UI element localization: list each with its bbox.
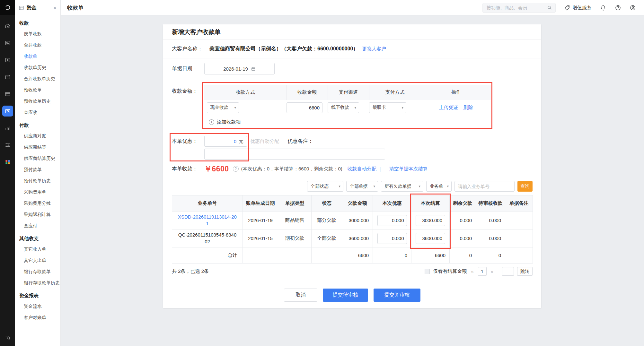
col-header: 单据类型	[278, 195, 312, 212]
sidebar-item[interactable]: 供应商对账	[15, 130, 60, 142]
funds-icon[interactable]	[2, 106, 13, 117]
receipt-label: 本单收款：	[172, 166, 204, 172]
auto-allocate-link[interactable]: 收款自动分配	[348, 166, 376, 172]
sidebar-item[interactable]: 合并收款	[15, 39, 60, 51]
page-jump-input[interactable]	[502, 267, 514, 276]
debt-orders-table: 业务单号 账单生成日期 单据类型 状态 欠款金额 本次优惠 本次结算 剩余欠款 …	[172, 195, 533, 264]
delete-payment-link[interactable]: 删除	[463, 105, 473, 111]
search-button[interactable]: 查询	[517, 181, 533, 192]
sidebar-item[interactable]: 其它收入单	[15, 244, 60, 255]
change-customer-link[interactable]: 更换大客户	[362, 46, 386, 52]
payment-amount-input[interactable]	[287, 102, 322, 113]
account-icon[interactable]	[630, 4, 636, 11]
sidebar-item[interactable]: 查应付	[15, 220, 60, 231]
sidebar-item[interactable]: 预付款单历史	[15, 175, 60, 186]
global-search-input[interactable]	[487, 5, 547, 10]
next-page-button[interactable]: »	[490, 269, 494, 274]
row-settle-input[interactable]	[416, 215, 445, 226]
apps-icon[interactable]	[2, 157, 13, 168]
sidebar-item[interactable]: 客户对账单	[15, 312, 60, 323]
form-actions: 取消 提交待审核 提交并审核	[163, 289, 541, 302]
add-payment-item-button[interactable]: + 添加收款项	[204, 115, 491, 129]
search-icon	[547, 5, 552, 10]
settled-only-checkbox[interactable]	[425, 269, 430, 274]
sidebar-item[interactable]: 预付款单	[15, 164, 60, 175]
sidebar-item[interactable]: 采购返利计算	[15, 209, 60, 220]
value-added-services[interactable]: 增值服务	[564, 5, 592, 11]
payment-type-select[interactable]: 银联卡 ▾	[369, 102, 406, 113]
current-page[interactable]: 1	[478, 267, 487, 276]
package-icon[interactable]	[2, 72, 13, 82]
biz-type-filter-select[interactable]: 业务单 ▾	[426, 181, 452, 192]
doc-type-filter-select[interactable]: 全部单据 ▾	[346, 181, 378, 192]
chevron-down-icon: ▾	[234, 106, 236, 110]
sidebar-item[interactable]: 采购费用分摊	[15, 198, 60, 209]
gallery-icon[interactable]	[2, 38, 13, 48]
row-discount-input[interactable]	[377, 233, 407, 244]
module-title: 资金	[26, 4, 53, 11]
total-row: 总计 – – – 6600 0 6600 0 0 –	[172, 247, 533, 264]
clear-settlement-link[interactable]: 清空单据本次结算	[389, 166, 428, 172]
total-debt: 6600	[342, 247, 373, 264]
main-area: 收款单 增值服务	[61, 0, 644, 346]
payment-channel-select[interactable]: 线下收款 ▾	[328, 102, 359, 113]
row-settle-input[interactable]	[416, 233, 445, 244]
row-discount-input[interactable]	[377, 215, 407, 226]
status-filter-select[interactable]: 全部状态 ▾	[307, 181, 343, 192]
close-icon[interactable]: ×	[53, 5, 57, 11]
settings-icon[interactable]	[2, 140, 13, 151]
table-footer: 共 2条，已选 2条 仅看有结算金额 « 1 » 跳转	[172, 264, 533, 279]
submit-and-audit-button[interactable]: 提交并审核	[374, 289, 420, 302]
billing-icon[interactable]	[2, 89, 13, 99]
sidebar-item[interactable]: 供应商结算历史	[15, 153, 60, 164]
global-search[interactable]	[482, 3, 556, 13]
sidebar-item[interactable]: 银行存取款单	[15, 266, 60, 277]
video-icon[interactable]	[2, 55, 13, 65]
sidebar-item[interactable]: 查应收	[15, 107, 60, 118]
order-no-link[interactable]: XSDD-20260119113014-201	[178, 214, 237, 226]
sidebar-header: 资金 ×	[15, 0, 60, 15]
sidebar-item[interactable]: 银行存取款单历史	[15, 277, 60, 289]
cancel-button[interactable]: 取消	[284, 289, 317, 302]
page-jump-button[interactable]: 跳转	[517, 267, 533, 276]
payment-method-select[interactable]: 现金收款 ▾	[207, 102, 239, 113]
discount-input[interactable]: 0 元	[204, 136, 247, 147]
sidebar-item[interactable]: 按单收款	[15, 28, 60, 39]
sidebar-item-active[interactable]: 收款单	[15, 51, 60, 62]
prev-page-button[interactable]: «	[470, 269, 474, 274]
sidebar-item[interactable]: 资金流水	[15, 301, 60, 312]
date-row: 单据日期： 2026-01-19	[163, 58, 541, 79]
discount-value: 0	[234, 139, 236, 144]
order-no-search-input[interactable]	[454, 181, 515, 192]
upload-voucher-link[interactable]: 上传凭证	[439, 105, 458, 111]
bell-icon[interactable]	[600, 4, 606, 11]
order-no-text: QC-20260115103545-834002	[172, 229, 243, 247]
sidebar-item[interactable]: 供应商结算	[15, 142, 60, 153]
pay-col-header: 收款金额	[287, 85, 328, 100]
help-icon[interactable]	[615, 4, 621, 11]
list-search-icon[interactable]	[2, 335, 13, 346]
home-icon[interactable]	[2, 21, 13, 31]
divider: |	[380, 166, 381, 172]
sidebar-item[interactable]: 预收款单历史	[15, 96, 60, 107]
debt-type-filter-select[interactable]: 所有欠款单据 ▾	[381, 181, 423, 192]
chevron-down-icon: ▾	[373, 184, 375, 188]
reports-icon[interactable]	[2, 123, 13, 134]
pay-col-header: 操作	[421, 85, 491, 100]
sidebar-item[interactable]: 其它支出单	[15, 255, 60, 266]
sidebar-item[interactable]: 收款单历史	[15, 62, 60, 73]
icon-rail	[0, 0, 15, 346]
submit-for-review-button[interactable]: 提交待审核	[323, 289, 368, 302]
cell-debt: 3600.000	[342, 229, 373, 247]
sidebar-item[interactable]: 预收款单	[15, 84, 60, 96]
cell-debt: 3000.000	[342, 212, 373, 229]
discount-note-input[interactable]	[204, 149, 385, 160]
receipt-form-card: 新增大客户收款单 大客户名称： 美宜佳商贸有限公司（示例名）（大客户欠款：660…	[163, 24, 541, 308]
col-header: 单据备注	[505, 195, 533, 212]
sidebar-item[interactable]: 采购费用单	[15, 186, 60, 198]
date-picker[interactable]: 2026-01-19	[204, 63, 275, 74]
col-header: 欠款金额	[342, 195, 373, 212]
total-label: 总计	[172, 247, 243, 264]
customer-row: 大客户名称： 美宜佳商贸有限公司（示例名）（大客户欠款：6600.0000000…	[163, 40, 541, 58]
sidebar-item[interactable]: 合并收款单历史	[15, 73, 60, 84]
